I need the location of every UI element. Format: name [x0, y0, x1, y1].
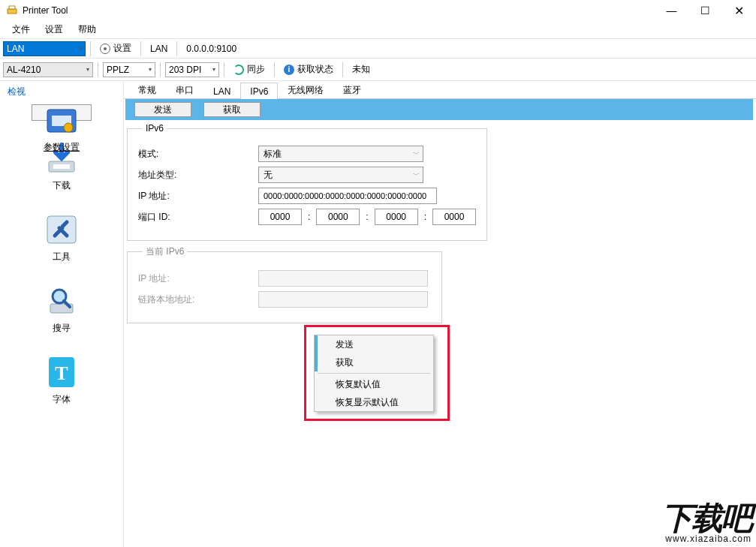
- separator: [160, 62, 161, 77]
- sidebar-item-params[interactable]: 参数设置: [32, 104, 92, 121]
- sync-icon: [233, 65, 244, 75]
- context-menu: 发送 获取 恢复默认值 恢复显示默认值: [314, 335, 434, 412]
- info-icon: i: [284, 65, 294, 75]
- sidebar-item-search[interactable]: 搜寻: [32, 283, 92, 335]
- settings-button[interactable]: 设置: [95, 41, 136, 57]
- port-seg-2[interactable]: 0000: [375, 209, 418, 225]
- menu-bar: 文件 设置 帮助: [0, 21, 756, 39]
- connection-value: LAN: [7, 44, 24, 54]
- addrtype-label: 地址类型:: [138, 169, 258, 182]
- status-button[interactable]: i 获取状态: [279, 62, 338, 78]
- sidebar-item-label: 下载: [53, 179, 71, 192]
- svg-point-4: [64, 123, 73, 132]
- lang-value: PPLZ: [107, 65, 129, 75]
- params-icon: [44, 105, 80, 138]
- sidebar-item-fonts[interactable]: T 字体: [32, 354, 92, 406]
- ctx-reset-display[interactable]: 恢复显示默认值: [315, 393, 433, 411]
- minimize-button[interactable]: —: [655, 0, 688, 21]
- sidebar-item-label: 字体: [53, 393, 71, 406]
- current-legend: 当前 IPv6: [143, 245, 187, 258]
- conn-type-label: LAN: [146, 44, 172, 54]
- separator: [90, 41, 91, 56]
- mode-label: 模式:: [138, 148, 258, 161]
- separator: [140, 41, 141, 56]
- svg-rect-6: [53, 164, 70, 169]
- tools-icon: [44, 212, 80, 248]
- port-seg-0[interactable]: 0000: [258, 209, 302, 225]
- current-link-label: 链路本地地址:: [138, 293, 258, 306]
- gear-icon: [100, 44, 110, 54]
- sidebar-item-tools[interactable]: 工具: [32, 212, 92, 263]
- sync-button[interactable]: 同步: [229, 62, 270, 78]
- tab-ipv6[interactable]: IPv6: [240, 83, 278, 99]
- menu-help[interactable]: 帮助: [71, 23, 104, 36]
- sidebar: 检视 参数设置 下载 工具 搜寻 T 字体: [0, 81, 124, 547]
- tab-wireless[interactable]: 无线网络: [278, 80, 333, 99]
- maximize-button[interactable]: ☐: [688, 0, 722, 21]
- addrtype-value: 无: [264, 169, 273, 182]
- tab-serial[interactable]: 串口: [166, 80, 203, 99]
- port-seg-3[interactable]: 0000: [432, 209, 476, 225]
- addrtype-select[interactable]: 无﹀: [258, 167, 423, 183]
- svg-text:T: T: [55, 362, 68, 384]
- search-icon: [44, 283, 80, 319]
- dpi-dropdown[interactable]: 203 DPI▾: [165, 62, 219, 77]
- ctx-get[interactable]: 获取: [315, 353, 433, 371]
- model-dropdown[interactable]: AL-4210▾: [3, 62, 93, 77]
- settings-label: 设置: [113, 42, 131, 55]
- status-btn-label: 获取状态: [297, 63, 333, 76]
- close-button[interactable]: ✕: [722, 0, 756, 21]
- tab-bar: 常规 串口 LAN IPv6 无线网络 蓝牙: [124, 81, 756, 99]
- lang-dropdown[interactable]: PPLZ▾: [103, 62, 155, 77]
- mode-value: 标准: [264, 148, 282, 161]
- ctx-reset-default[interactable]: 恢复默认值: [315, 375, 433, 393]
- dpi-value: 203 DPI: [169, 65, 201, 75]
- separator: [342, 62, 343, 77]
- mode-select[interactable]: 标准﹀: [258, 146, 423, 162]
- toolbar-connection: LAN▾ 设置 LAN 0.0.0.0:9100: [0, 39, 756, 59]
- app-icon: [6, 5, 18, 17]
- tab-lan[interactable]: LAN: [203, 83, 240, 99]
- ip-input[interactable]: 0000:0000:0000:0000:0000:0000:0000:0000: [258, 188, 437, 204]
- menu-settings[interactable]: 设置: [38, 23, 71, 36]
- ipv6-legend: IPv6: [143, 123, 167, 134]
- separator: [176, 41, 177, 56]
- title-bar: Printer Tool — ☐ ✕: [0, 0, 756, 21]
- model-value: AL-4210: [7, 65, 41, 75]
- current-link-value: [258, 291, 428, 308]
- font-icon: T: [44, 354, 80, 390]
- main-panel: 常规 串口 LAN IPv6 无线网络 蓝牙 发送 获取 IPv6 模式: 标准…: [124, 81, 756, 547]
- separator: [224, 62, 224, 77]
- sidebar-header: 检视: [0, 81, 123, 101]
- port-label: 端口 ID:: [138, 211, 258, 224]
- ip-label: IP 地址:: [138, 190, 258, 203]
- ctx-separator: [318, 373, 430, 374]
- port-seg-1[interactable]: 0000: [316, 209, 360, 225]
- menu-file[interactable]: 文件: [5, 23, 38, 36]
- tab-general[interactable]: 常规: [128, 80, 166, 99]
- current-ip-value: [258, 270, 428, 287]
- sidebar-item-label: 工具: [53, 251, 71, 263]
- sidebar-item-label: 搜寻: [53, 322, 71, 335]
- window-title: Printer Tool: [23, 5, 655, 16]
- port-group: 0000: 0000: 0000: 0000: [258, 209, 476, 225]
- current-ipv6-fieldset: 当前 IPv6 IP 地址: 链路本地地址:: [127, 245, 442, 323]
- toolbar-printer: AL-4210▾ PPLZ▾ 203 DPI▾ 同步 i 获取状态 未知: [0, 59, 756, 81]
- svg-rect-1: [9, 6, 15, 9]
- separator: [274, 62, 275, 77]
- ipv6-fieldset: IPv6 模式: 标准﹀ 地址类型: 无﹀ IP 地址: 0000:0000:0…: [127, 123, 487, 241]
- current-ip-label: IP 地址:: [138, 272, 258, 285]
- get-button[interactable]: 获取: [203, 102, 261, 117]
- connection-dropdown[interactable]: LAN▾: [3, 41, 86, 56]
- action-bar: 发送 获取: [125, 99, 753, 120]
- context-menu-highlight: 发送 获取 恢复默认值 恢复显示默认值: [304, 325, 450, 421]
- svg-rect-0: [8, 9, 17, 14]
- sync-label: 同步: [247, 63, 265, 76]
- separator: [98, 62, 98, 77]
- tab-bluetooth[interactable]: 蓝牙: [333, 80, 371, 99]
- ctx-send[interactable]: 发送: [315, 335, 433, 353]
- address-label: 0.0.0.0:9100: [182, 44, 241, 54]
- sidebar-item-label: 参数设置: [44, 141, 80, 154]
- send-button[interactable]: 发送: [134, 102, 191, 117]
- status-text: 未知: [348, 63, 375, 76]
